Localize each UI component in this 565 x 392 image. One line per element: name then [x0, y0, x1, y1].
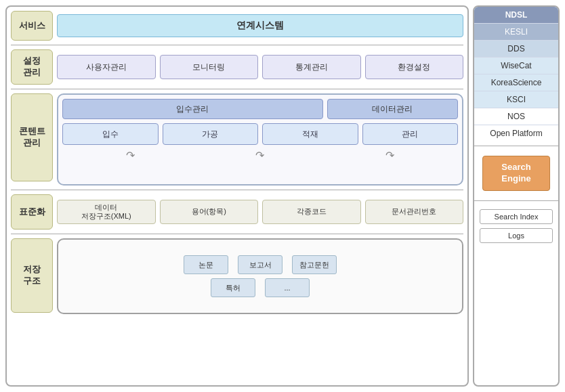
right-kesli: KESLI [474, 24, 558, 41]
right-top-list: NDSL KESLI DDS WiseCat KoreaScience KSCI… [474, 7, 558, 141]
btn-load[interactable]: 적재 [262, 123, 358, 145]
doc-ref: 참고문헌 [292, 255, 337, 274]
divider-1 [11, 45, 463, 45]
storage-row: 저장구조 논문 보고서 참고문헌 특허 [11, 238, 463, 314]
content-top: 입수관리 데이터관리 [62, 99, 458, 119]
content-inner: 입수관리 데이터관리 입수 가공 적재 관리 ↷ ↷ ↷ [57, 93, 463, 186]
storage-top: 논문 보고서 참고문헌 [184, 255, 337, 274]
service-label: 서비스 [11, 11, 53, 41]
storage-label: 저장구조 [11, 238, 53, 313]
standard-docnum: 문서관리번호 [365, 200, 464, 224]
right-dds: DDS [474, 41, 558, 58]
service-system-box: 연계시스템 [57, 14, 463, 37]
right-openplatform: Open Platform [474, 125, 558, 141]
doc-report: 보고서 [238, 255, 282, 274]
right-bottom: Search Index Logs [474, 205, 558, 385]
arrow-row: ↷ ↷ ↷ [62, 149, 458, 162]
arrow-1: ↷ [126, 149, 135, 162]
doc-report-box: 보고서 [238, 255, 282, 274]
settings-stats: 통계관리 [262, 55, 361, 79]
content-data-mgmt: 데이터관리 [327, 99, 458, 119]
search-index-box[interactable]: Search Index [480, 209, 553, 224]
arrow-3: ↷ [385, 149, 394, 162]
standard-xml: 데이터저장구조(XML) [57, 200, 156, 224]
settings-row: 설정관리 사용자관리 모니터링 통계관리 환경설정 [11, 49, 463, 85]
doc-patent-box: 특허 [211, 278, 255, 297]
right-nos: NOS [474, 108, 558, 125]
standard-code: 각종코드 [262, 200, 361, 224]
content-buttons: 입수 가공 적재 관리 [62, 123, 458, 145]
left-panel: 서비스 연계시스템 설정관리 사용자관리 모니터링 통계관리 환경설정 콘텐트관… [5, 5, 469, 387]
doc-paper-box: 논문 [184, 255, 228, 274]
right-divider-1 [474, 146, 558, 146]
service-row: 서비스 연계시스템 [11, 11, 463, 41]
settings-monitor: 모니터링 [160, 55, 259, 79]
btn-process[interactable]: 가공 [163, 123, 259, 145]
divider-4 [11, 234, 463, 234]
standard-term: 용어(항목) [160, 200, 259, 224]
doc-more: ... [265, 278, 310, 297]
settings-boxes: 사용자관리 모니터링 통계관리 환경설정 [57, 55, 463, 79]
doc-paper: 논문 [184, 255, 228, 274]
standard-boxes: 데이터저장구조(XML) 용어(항목) 각종코드 문서관리번호 [57, 200, 463, 224]
arrow-2: ↷ [255, 149, 264, 162]
doc-more-box: ... [265, 278, 310, 297]
storage-inner: 논문 보고서 참고문헌 특허 ... [57, 238, 463, 314]
doc-ref-box: 참고문헌 [292, 255, 337, 274]
content-label: 콘텐트관리 [11, 93, 53, 181]
service-content: 연계시스템 [57, 14, 463, 37]
right-koreascience: KoreaScience [474, 74, 558, 91]
settings-label: 설정관리 [11, 49, 53, 85]
btn-manage[interactable]: 관리 [362, 123, 459, 145]
storage-bottom: 특허 ... [211, 278, 310, 297]
right-middle: SearchEngine [474, 150, 558, 196]
right-ksci: KSCI [474, 91, 558, 108]
search-engine-button[interactable]: SearchEngine [482, 156, 550, 191]
right-divider-2 [474, 200, 558, 201]
right-wisecat: WiseCat [474, 58, 558, 74]
right-ndsl: NDSL [474, 7, 558, 24]
settings-user: 사용자관리 [57, 55, 156, 79]
standard-label: 표준화 [11, 194, 53, 230]
doc-patent: 특허 [211, 278, 255, 297]
main-container: 서비스 연계시스템 설정관리 사용자관리 모니터링 통계관리 환경설정 콘텐트관… [0, 0, 565, 392]
divider-2 [11, 89, 463, 89]
divider-3 [11, 190, 463, 190]
settings-env: 환경설정 [365, 55, 464, 79]
btn-input[interactable]: 입수 [62, 123, 159, 145]
content-row: 콘텐트관리 입수관리 데이터관리 입수 가공 적재 관리 ↷ ↷ ↷ [11, 93, 463, 186]
right-panel: NDSL KESLI DDS WiseCat KoreaScience KSCI… [473, 5, 560, 387]
logs-box[interactable]: Logs [480, 228, 553, 243]
standard-row: 표준화 데이터저장구조(XML) 용어(항목) 각종코드 문서관리번호 [11, 194, 463, 230]
content-input-mgmt: 입수관리 [62, 99, 323, 119]
